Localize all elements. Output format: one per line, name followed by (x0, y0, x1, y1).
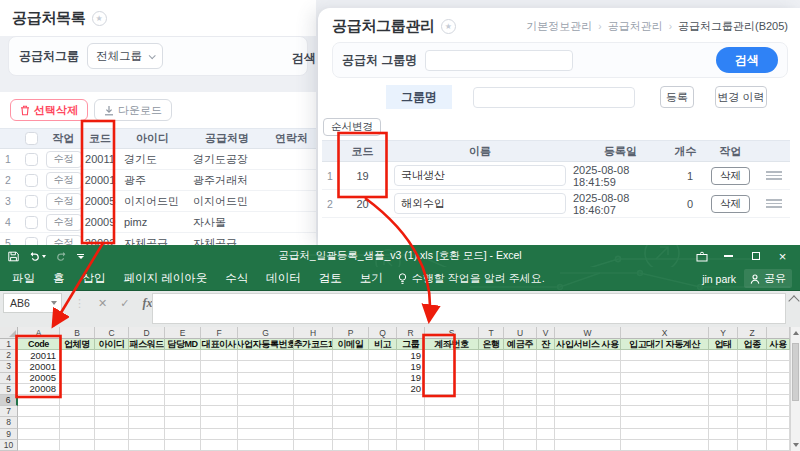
select-all-checkbox[interactable] (25, 132, 38, 145)
excel-cell[interactable] (767, 350, 790, 361)
excel-cell[interactable] (294, 406, 333, 417)
excel-cell[interactable] (767, 440, 790, 451)
group-table-row[interactable]: 2202025-08-08 18:46:070삭제 (322, 190, 790, 218)
excel-cell[interactable] (129, 350, 165, 361)
excel-cell[interactable]: 계좌번호 (425, 339, 479, 350)
excel-column-header[interactable]: G (238, 327, 294, 339)
excel-cell[interactable] (60, 395, 95, 406)
excel-cell[interactable] (165, 384, 201, 395)
history-button[interactable]: 변경 이력 (715, 86, 767, 108)
excel-cell[interactable] (537, 373, 555, 384)
excel-cell[interactable] (504, 373, 537, 384)
excel-cell[interactable] (767, 429, 790, 440)
excel-cell[interactable] (767, 373, 790, 384)
star-circle-icon[interactable]: ★ (441, 19, 456, 34)
excel-cell[interactable] (333, 350, 369, 361)
row-checkbox[interactable] (25, 195, 38, 208)
excel-cell[interactable] (129, 395, 165, 406)
enter-icon[interactable]: ✓ (120, 297, 129, 310)
excel-cell[interactable] (738, 361, 767, 372)
excel-row-header[interactable]: 4 (0, 373, 18, 384)
scroll-up-icon[interactable] (793, 331, 799, 335)
excel-cell[interactable] (95, 395, 129, 406)
excel-cell[interactable] (333, 395, 369, 406)
excel-cell[interactable] (767, 361, 790, 372)
excel-cell[interactable] (397, 417, 425, 428)
excel-cell[interactable] (555, 384, 621, 395)
excel-cell[interactable]: 사입서비스 사용 (555, 339, 621, 350)
excel-cell[interactable] (709, 440, 738, 451)
excel-cell[interactable]: 업종 (738, 339, 767, 350)
excel-cell[interactable] (369, 417, 397, 428)
excel-cell[interactable] (294, 373, 333, 384)
tab-2[interactable]: 삽입 (74, 267, 115, 290)
excel-cell[interactable] (95, 440, 129, 451)
excel-cell[interactable] (238, 406, 294, 417)
excel-cell[interactable] (738, 429, 767, 440)
excel-cell[interactable] (18, 395, 60, 406)
excel-cell[interactable] (621, 384, 709, 395)
excel-cell[interactable] (738, 417, 767, 428)
excel-column-header[interactable]: E (165, 327, 201, 339)
excel-cell[interactable] (201, 440, 238, 451)
excel-cell[interactable] (425, 429, 479, 440)
excel-cell[interactable] (60, 406, 95, 417)
tab-file[interactable]: 파일 (3, 267, 44, 290)
excel-cell[interactable] (425, 417, 479, 428)
excel-cell[interactable]: 잔 (537, 339, 555, 350)
excel-cell[interactable] (201, 395, 238, 406)
excel-cell[interactable] (294, 350, 333, 361)
excel-cell[interactable] (129, 440, 165, 451)
excel-cell[interactable] (537, 406, 555, 417)
excel-cell[interactable] (767, 406, 790, 417)
excel-cell[interactable] (165, 429, 201, 440)
excel-column-header[interactable]: A (18, 327, 60, 339)
table-row[interactable]: 4수정20009pimz자사몰 (0, 212, 316, 233)
excel-cell[interactable] (18, 406, 60, 417)
excel-cell[interactable] (479, 373, 504, 384)
excel-cell[interactable] (425, 350, 479, 361)
cancel-icon[interactable]: ✕ (98, 297, 107, 310)
excel-cell[interactable]: 20005 (18, 373, 60, 384)
excel-cell[interactable] (738, 350, 767, 361)
drag-handle-icon[interactable] (766, 199, 782, 208)
excel-column-header[interactable]: U (504, 327, 537, 339)
excel-cell[interactable] (333, 440, 369, 451)
excel-cell[interactable] (369, 395, 397, 406)
row-checkbox[interactable] (25, 216, 38, 229)
excel-row-header[interactable]: 6 (0, 395, 18, 406)
excel-column-header[interactable]: C (95, 327, 129, 339)
excel-cell[interactable] (537, 429, 555, 440)
excel-cell[interactable] (129, 406, 165, 417)
excel-row-header[interactable]: 10 (0, 440, 18, 451)
scroll-thumb[interactable] (792, 343, 799, 401)
excel-cell[interactable] (709, 361, 738, 372)
excel-cell[interactable] (767, 417, 790, 428)
excel-row-header[interactable]: 3 (0, 361, 18, 372)
excel-cell[interactable] (238, 395, 294, 406)
excel-cell[interactable] (479, 395, 504, 406)
excel-cell[interactable] (537, 350, 555, 361)
excel-cell[interactable] (504, 440, 537, 451)
excel-cell[interactable] (621, 350, 709, 361)
excel-cell[interactable] (294, 361, 333, 372)
tab-1[interactable]: 홈 (44, 267, 74, 290)
excel-cell[interactable] (621, 417, 709, 428)
maximize-button[interactable] (742, 245, 769, 267)
excel-cell[interactable] (738, 440, 767, 451)
delete-button[interactable]: 삭제 (711, 167, 750, 185)
drag-handle-icon[interactable] (766, 171, 782, 180)
excel-cell[interactable] (95, 417, 129, 428)
tab-5[interactable]: 데이터 (257, 267, 310, 290)
name-box[interactable]: AB6 (3, 293, 62, 313)
excel-row-header[interactable]: 7 (0, 406, 18, 417)
excel-cell[interactable] (238, 440, 294, 451)
excel-cell[interactable] (60, 350, 95, 361)
edit-button[interactable]: 수정 (46, 151, 82, 168)
edit-button[interactable]: 수정 (46, 193, 82, 210)
save-icon[interactable] (8, 251, 19, 262)
excel-cell[interactable]: 19 (397, 350, 425, 361)
redo-arrow-icon[interactable] (56, 251, 67, 261)
excel-cell[interactable] (621, 373, 709, 384)
excel-cell[interactable] (165, 406, 201, 417)
